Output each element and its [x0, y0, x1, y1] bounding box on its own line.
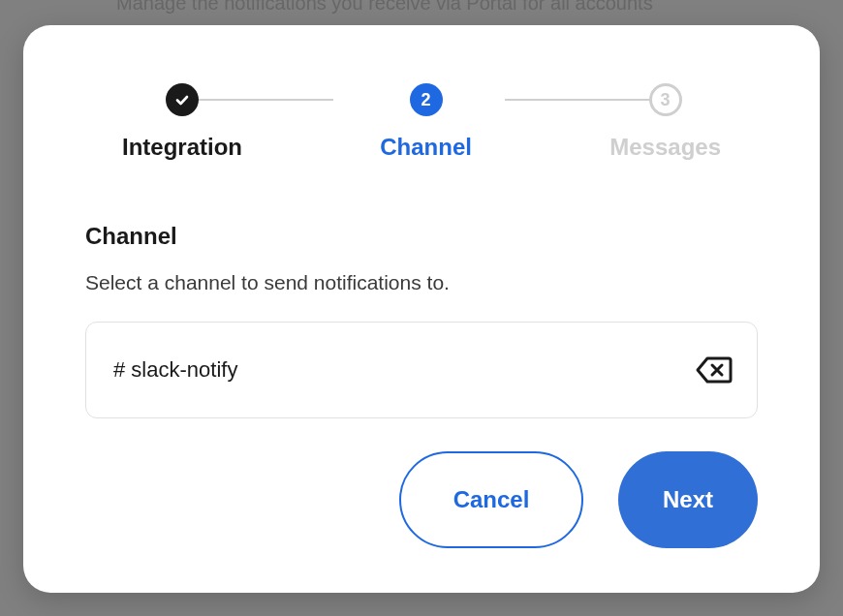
checkmark-icon [174, 92, 190, 108]
channel-input-value: # slack-notify [113, 357, 237, 383]
step-label: Channel [380, 134, 472, 161]
channel-input[interactable]: # slack-notify [85, 322, 758, 418]
step-circle-future: 3 [649, 83, 682, 116]
next-button[interactable]: Next [618, 451, 758, 548]
section-title: Channel [85, 223, 758, 250]
modal-buttons: Cancel Next [85, 451, 758, 548]
step-channel[interactable]: 2 Channel [380, 83, 472, 161]
stepper: Integration 2 Channel 3 Messages [122, 83, 721, 161]
step-label: Integration [122, 134, 242, 161]
clear-button[interactable] [695, 354, 734, 385]
step-messages[interactable]: 3 Messages [609, 83, 721, 161]
section-description: Select a channel to send notifications t… [85, 271, 758, 294]
step-integration[interactable]: Integration [122, 83, 242, 161]
step-circle-current: 2 [410, 83, 443, 116]
step-label: Messages [609, 134, 721, 161]
backspace-x-icon [696, 355, 733, 385]
channel-modal: Integration 2 Channel 3 Messages Channel… [23, 25, 820, 593]
background-text: Manage the notifications you receive via… [116, 0, 653, 15]
step-circle-done [166, 83, 199, 116]
cancel-button[interactable]: Cancel [399, 451, 583, 548]
